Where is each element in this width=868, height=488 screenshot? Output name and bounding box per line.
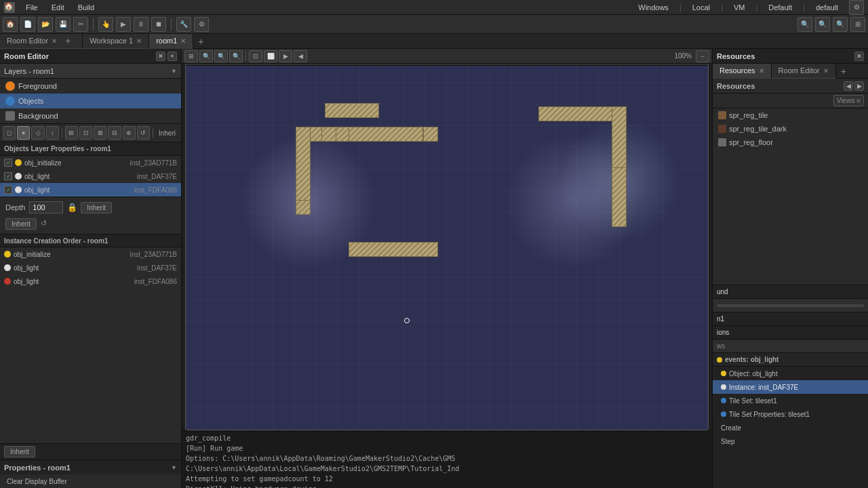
clear-display-row[interactable]: Clear Display Buffer: [0, 474, 181, 488]
views-btn[interactable]: Views ≡: [833, 95, 864, 106]
obj-row-1[interactable]: ✓ obj_light inst_DAF37E: [0, 169, 181, 183]
ltool-grid[interactable]: ⊡: [79, 126, 92, 140]
tab-workspace1[interactable]: Workspace 1 ✕: [83, 34, 149, 49]
obj-checkbox-2[interactable]: ✓: [4, 186, 12, 194]
toolbar-debug[interactable]: 🔧: [176, 17, 191, 32]
resource-item-1[interactable]: spr_reg_tile_dark: [713, 122, 868, 136]
inherit-btn2[interactable]: Inherit: [5, 218, 37, 230]
vt-zoom-out[interactable]: 🔍: [214, 50, 228, 62]
menu-build[interactable]: Build: [75, 2, 97, 13]
obj-icon-0: [15, 159, 22, 166]
resource-item-2[interactable]: spr_reg_floor: [713, 136, 868, 149]
menu-file[interactable]: File: [23, 2, 41, 13]
res-arrow-left[interactable]: ◀: [844, 81, 853, 91]
obj-inst-1: inst_DAF37E: [137, 173, 177, 180]
res-arrow-right[interactable]: ▶: [854, 81, 864, 91]
lock-icon[interactable]: 🔒: [67, 203, 77, 212]
right-tab-resources[interactable]: Resources ✕: [713, 64, 772, 79]
console-line-2: Options: C:\Users\annik\AppData\Roaming\…: [186, 453, 708, 464]
toolbar-save[interactable]: 💾: [56, 17, 71, 32]
rb-object-item[interactable]: Object: obj_light: [713, 367, 868, 380]
menu-edit[interactable]: Edit: [49, 2, 67, 13]
ico-row-1[interactable]: obj_light inst_DAF37E: [0, 261, 181, 274]
layers-dropdown[interactable]: Layers - room1 ▼: [0, 64, 181, 79]
menu-default[interactable]: Default: [766, 2, 795, 13]
menu-windows[interactable]: Windows: [635, 2, 671, 13]
rb-tileset-item[interactable]: Tile Set: tileset1: [713, 394, 868, 407]
vt-full[interactable]: ⬜: [264, 50, 277, 62]
rb-step-item[interactable]: Step: [713, 434, 868, 448]
ltool-snap[interactable]: ⊠: [94, 126, 106, 140]
layer-foreground[interactable]: Foreground: [0, 79, 181, 94]
ltool-copy[interactable]: ⊟: [108, 126, 121, 140]
depth-input[interactable]: [29, 201, 63, 214]
toolbar-grid[interactable]: ⊞: [850, 17, 865, 32]
toolbar-search3[interactable]: 🔍: [833, 17, 848, 32]
toolbar-search2[interactable]: 🔍: [815, 17, 830, 32]
right-tab-roomeditor[interactable]: Room Editor ✕: [772, 64, 836, 79]
prop-inherit-btn[interactable]: Inherit: [4, 446, 35, 458]
ltool-paint[interactable]: ●: [17, 126, 30, 140]
depth-inherit-btn[interactable]: Inherit: [81, 202, 112, 214]
tab-room1-close[interactable]: ✕: [180, 37, 186, 45]
tab-room-editor[interactable]: Room Editor ✕ +: [0, 34, 83, 49]
refresh-icon[interactable]: ↺: [41, 219, 50, 228]
vt-minus[interactable]: −: [696, 50, 709, 62]
rph-close[interactable]: ✕: [854, 52, 864, 61]
toolbar-stop[interactable]: ⏹: [151, 17, 166, 32]
menu-expand-btn[interactable]: ⚙: [849, 0, 864, 15]
rb-instance-item[interactable]: Instance: inst_DAF37E: [713, 380, 868, 394]
obj-row-0[interactable]: ✓ obj_initialize inst_23AD771B: [0, 156, 181, 169]
menu-vm[interactable]: VM: [731, 2, 748, 13]
vt-back[interactable]: ◀: [294, 50, 307, 62]
resource-list: spr_reg_tile spr_reg_tile_dark spr_reg_f…: [713, 108, 868, 285]
toolbar-open[interactable]: 📂: [38, 17, 53, 32]
toolbar-search1[interactable]: 🔍: [797, 17, 812, 32]
right-tab-resources-close[interactable]: ✕: [759, 67, 764, 75]
ltool-move[interactable]: ↕: [46, 126, 59, 140]
tab-workspace1-close[interactable]: ✕: [136, 37, 142, 45]
room-editor-close-btn[interactable]: ✕: [156, 52, 165, 61]
toolbar-settings[interactable]: ⚙: [194, 17, 209, 32]
ltool-paste[interactable]: ⊕: [123, 126, 136, 140]
obj-checkbox-1[interactable]: ✓: [4, 172, 12, 180]
ltool-erase[interactable]: ◇: [31, 126, 44, 140]
toolbar-pause[interactable]: ⏸: [134, 17, 149, 32]
tab-room-editor-close[interactable]: ✕: [52, 37, 57, 45]
ico-row-2[interactable]: obj_light inst_FDFA086: [0, 274, 181, 288]
toolbar-home[interactable]: 🏠: [3, 17, 18, 32]
vt-play[interactable]: ▶: [279, 50, 292, 62]
menu-default2[interactable]: default: [813, 2, 841, 13]
toolbar-cut[interactable]: ✂: [73, 17, 88, 32]
layer-objects[interactable]: Objects: [0, 94, 181, 108]
menu-local[interactable]: Local: [690, 2, 713, 13]
tab-add-btn[interactable]: +: [60, 33, 75, 48]
properties-bar[interactable]: Properties - room1 ▼: [0, 460, 181, 474]
toolbar-new[interactable]: 📄: [20, 17, 35, 32]
ltool-zoom[interactable]: ⊞: [65, 126, 78, 140]
ltool-select[interactable]: ◻: [3, 126, 16, 140]
app-icon[interactable]: 🏠: [4, 2, 15, 13]
rb-scrollbar[interactable]: [713, 299, 868, 312]
vt-zoom-fit[interactable]: 🔍: [229, 50, 243, 62]
tab-room1[interactable]: room1 ✕: [149, 34, 193, 49]
vt-zoom-in[interactable]: 🔍: [199, 50, 213, 62]
layer-background[interactable]: Background: [0, 108, 181, 123]
right-tab-add[interactable]: +: [836, 64, 851, 79]
vt-snap[interactable]: ⊡: [249, 50, 262, 62]
tab-add-new[interactable]: +: [193, 34, 208, 49]
vt-grid-btn[interactable]: ⊞: [184, 50, 198, 62]
game-canvas[interactable]: [186, 66, 708, 430]
rb-tilesetprop-item[interactable]: Tile Set Properties: tileset1: [713, 407, 868, 421]
toolbar-play[interactable]: ▶: [116, 17, 131, 32]
toolbar-select[interactable]: 👆: [98, 17, 113, 32]
ico-row-0[interactable]: obj_initialize inst_23AD771B: [0, 247, 181, 261]
room-editor-add-btn[interactable]: +: [167, 52, 177, 61]
obj-row-2[interactable]: ✓ obj_light inst_FDFA086: [0, 183, 181, 197]
resource-item-0[interactable]: spr_reg_tile: [713, 108, 868, 122]
right-tab-roomeditor-close[interactable]: ✕: [823, 67, 829, 75]
ltool-refresh[interactable]: ↺: [137, 126, 150, 140]
layers-label: Layers - room1: [4, 67, 54, 75]
rb-create-item[interactable]: Create: [713, 421, 868, 434]
obj-checkbox-0[interactable]: ✓: [4, 159, 12, 167]
